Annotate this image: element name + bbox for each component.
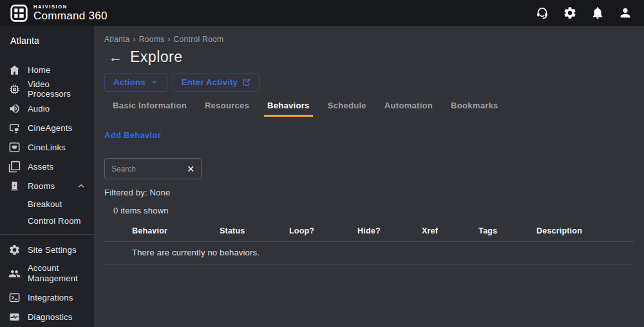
- main-content: Atlanta›Rooms›Control Room ← Explore Act…: [94, 26, 644, 327]
- filtered-by-text: Filtered by: None: [104, 188, 634, 197]
- tab-basic-information[interactable]: Basic Information: [109, 101, 190, 117]
- site-name: Atlanta: [0, 26, 94, 54]
- door-icon: [8, 180, 21, 192]
- settings-gear-icon[interactable]: [563, 6, 577, 20]
- enter-activity-button[interactable]: Enter Activity: [173, 73, 260, 92]
- add-behavior-link[interactable]: Add Behavior: [104, 130, 161, 140]
- layers-stack-icon: [8, 161, 21, 173]
- tab-resources[interactable]: Resources: [202, 101, 252, 117]
- sidebar-item-cinelinks[interactable]: CineLinks: [0, 137, 94, 157]
- people-icon: [8, 268, 21, 280]
- sidebar-item-site-settings[interactable]: Site Settings: [0, 240, 94, 259]
- brand: HAIVISION Command 360: [10, 5, 108, 22]
- column-header-xref: Xref: [422, 226, 478, 235]
- sidebar-item-home[interactable]: Home: [0, 60, 94, 79]
- breadcrumb-rooms[interactable]: Rooms: [139, 35, 165, 44]
- breadcrumb-separator: ›: [167, 35, 170, 44]
- tab-schedule[interactable]: Schedule: [325, 101, 370, 117]
- sidebar-item-diagnostics[interactable]: Diagnostics: [0, 307, 94, 326]
- tab-bookmarks[interactable]: Bookmarks: [448, 101, 502, 117]
- page-title: Explore: [130, 48, 182, 66]
- sidebar-item-rooms[interactable]: Rooms: [0, 176, 94, 195]
- tab-bar: Basic Information Resources Behaviors Sc…: [104, 101, 634, 117]
- sidebar-item-video-processors[interactable]: Video Processors: [0, 79, 94, 99]
- column-header-description: Description: [536, 226, 634, 235]
- clear-search-icon[interactable]: ✕: [186, 164, 195, 173]
- search-box: ✕: [104, 158, 202, 179]
- sidebar-item-control-room[interactable]: Control Room: [0, 212, 94, 229]
- chevron-up-icon: [77, 182, 85, 190]
- chip-icon: [8, 83, 21, 95]
- top-bar: HAIVISION Command 360: [0, 0, 644, 26]
- breadcrumb-separator: ›: [133, 35, 135, 44]
- screen-agent-icon: [8, 122, 21, 134]
- sidebar-divider: [0, 234, 94, 235]
- sidebar-item-assets[interactable]: Assets: [0, 157, 94, 176]
- home-icon: [8, 64, 21, 76]
- terminal-icon: [8, 292, 21, 304]
- brand-name-small: HAIVISION: [33, 5, 108, 10]
- user-account-icon[interactable]: [618, 6, 632, 20]
- column-header-loop: Loop?: [289, 226, 357, 235]
- ethernet-port-icon: [8, 141, 21, 154]
- search-input[interactable]: [111, 164, 186, 173]
- sidebar-item-audio[interactable]: Audio: [0, 99, 94, 118]
- tab-behaviors[interactable]: Behaviors: [264, 101, 313, 117]
- column-header-hide: Hide?: [357, 226, 422, 235]
- behaviors-table: Behavior Status Loop? Hide? Xref Tags De…: [104, 226, 634, 264]
- table-header-row: Behavior Status Loop? Hide? Xref Tags De…: [104, 226, 634, 242]
- column-header-tags: Tags: [478, 226, 536, 235]
- diagnostics-chart-icon: [8, 311, 21, 323]
- breadcrumb-atlanta[interactable]: Atlanta: [104, 35, 129, 44]
- breadcrumb-control-room[interactable]: Control Room: [174, 35, 224, 44]
- notifications-bell-icon[interactable]: [591, 6, 605, 20]
- external-link-icon: [242, 78, 251, 86]
- actions-button[interactable]: Actions: [104, 73, 167, 92]
- sidebar-item-integrations[interactable]: Integrations: [0, 288, 94, 307]
- chevron-down-icon: [150, 78, 158, 86]
- column-header-behavior: Behavior: [132, 226, 220, 235]
- sidebar-item-account-management[interactable]: Account Management: [0, 259, 94, 288]
- table-empty-message: There are currently no behaviors.: [104, 242, 634, 264]
- breadcrumb: Atlanta›Rooms›Control Room: [104, 35, 634, 44]
- sidebar: Atlanta Home Video Processors Audio: [0, 26, 94, 327]
- items-shown-text: 0 items shown: [104, 206, 634, 215]
- column-header-status: Status: [220, 226, 289, 235]
- speaker-icon: [8, 103, 21, 115]
- support-headset-icon[interactable]: [535, 6, 549, 20]
- back-arrow-icon[interactable]: ←: [109, 50, 122, 64]
- tab-automation[interactable]: Automation: [381, 101, 436, 117]
- gear-icon: [8, 244, 21, 256]
- sidebar-item-cineagents[interactable]: CineAgents: [0, 118, 94, 137]
- brand-name-large: Command 360: [33, 10, 108, 21]
- haivision-logo-icon: [10, 5, 28, 22]
- sidebar-item-breakout[interactable]: Breakout: [0, 195, 94, 212]
